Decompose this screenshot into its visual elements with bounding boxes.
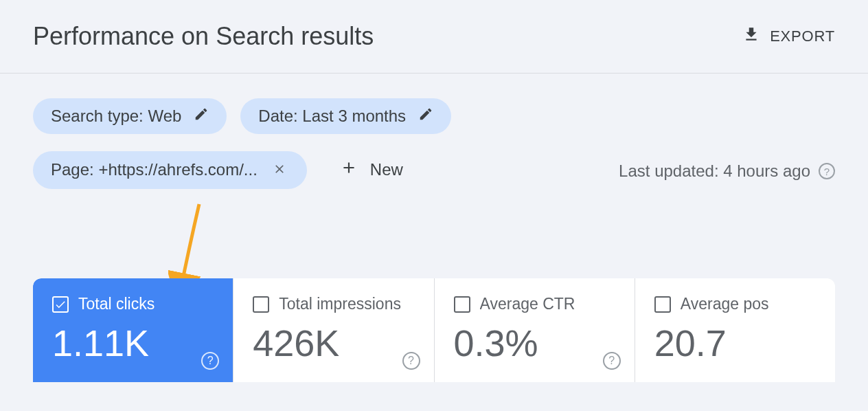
metric-header: Average CTR [454, 295, 615, 313]
download-icon [742, 25, 760, 47]
metric-card-total-impressions[interactable]: Total impressions 426K ? [233, 278, 434, 382]
metric-header: Total impressions [253, 295, 414, 313]
last-updated-text: Last updated: 4 hours ago [619, 162, 810, 181]
metric-label: Total impressions [279, 295, 401, 313]
metric-value: 1.11K [52, 324, 214, 362]
checkbox-icon[interactable] [253, 296, 269, 313]
page-title: Performance on Search results [33, 22, 374, 51]
plus-icon [340, 159, 358, 181]
help-icon[interactable]: ? [201, 352, 219, 370]
metric-value: 20.7 [654, 324, 816, 362]
filters-section: Search type: Web Date: Last 3 months Pag… [0, 74, 868, 189]
metric-header: Average pos [654, 295, 816, 313]
checkbox-icon[interactable] [654, 296, 671, 313]
add-filter-button[interactable]: New [328, 151, 415, 189]
page-header: Performance on Search results EXPORT [0, 0, 868, 74]
help-icon[interactable]: ? [402, 352, 420, 370]
filter-chip-label: Search type: Web [51, 107, 181, 126]
close-icon[interactable] [270, 159, 289, 181]
filter-chip-label: Date: Last 3 months [258, 107, 406, 126]
edit-icon [194, 107, 209, 126]
metric-card-total-clicks[interactable]: Total clicks 1.11K ? [33, 278, 233, 382]
checkbox-icon[interactable] [52, 296, 69, 313]
metric-label: Average pos [681, 295, 769, 313]
metric-label: Average CTR [480, 295, 575, 313]
filter-row-1: Search type: Web Date: Last 3 months [33, 98, 835, 134]
filter-chip-date[interactable]: Date: Last 3 months [240, 98, 451, 134]
metric-label: Total clicks [78, 295, 155, 313]
metrics-container: Total clicks 1.11K ? Total impressions 4… [33, 278, 835, 382]
metric-value: 0.3% [454, 324, 615, 362]
edit-icon [418, 107, 433, 126]
metric-card-avg-ctr[interactable]: Average CTR 0.3% ? [435, 278, 635, 382]
export-label: EXPORT [770, 27, 835, 45]
checkbox-icon[interactable] [454, 296, 470, 313]
export-button[interactable]: EXPORT [742, 25, 835, 47]
filter-chip-search-type[interactable]: Search type: Web [33, 98, 227, 134]
help-icon[interactable]: ? [819, 163, 835, 179]
last-updated: Last updated: 4 hours ago ? [619, 162, 835, 181]
new-filter-label: New [370, 160, 403, 179]
metric-card-avg-position[interactable]: Average pos 20.7 [635, 278, 835, 382]
filter-chip-label: Page: +https://ahrefs.com/... [51, 160, 258, 179]
help-icon[interactable]: ? [603, 352, 621, 370]
metric-header: Total clicks [52, 295, 214, 313]
metric-value: 426K [253, 324, 414, 362]
filter-chip-page[interactable]: Page: +https://ahrefs.com/... [33, 151, 307, 189]
